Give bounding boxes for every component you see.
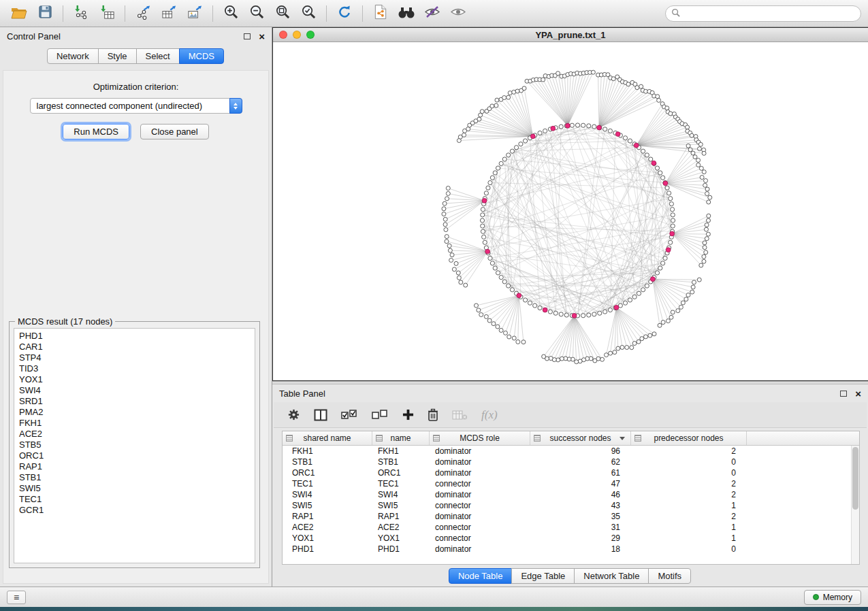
table-scrollbar-thumb[interactable] bbox=[852, 447, 858, 510]
column-header-predecessor-nodes[interactable]: predecessor nodes bbox=[631, 431, 747, 445]
table-row[interactable]: YOX1YOX1connector291 bbox=[283, 533, 851, 544]
tab-mcds[interactable]: MCDS bbox=[179, 48, 224, 64]
share-document-button[interactable] bbox=[368, 3, 393, 24]
task-history-button[interactable]: ≡ bbox=[7, 591, 26, 604]
window-minimize-button[interactable] bbox=[293, 31, 301, 39]
mcds-result-item[interactable]: FKH1 bbox=[19, 418, 250, 429]
hide-selected-button[interactable] bbox=[420, 3, 445, 24]
zoom-fit-button[interactable] bbox=[270, 3, 295, 24]
network-canvas[interactable] bbox=[273, 42, 868, 380]
window-zoom-button[interactable] bbox=[306, 31, 315, 39]
table-cell: SWI4 bbox=[372, 490, 430, 499]
table-row[interactable]: PHD1PHD1dominator180 bbox=[283, 544, 851, 555]
table-cell: 96 bbox=[530, 446, 631, 456]
table-row[interactable]: SWI4SWI4dominator462 bbox=[283, 489, 851, 500]
export-image-button[interactable] bbox=[182, 3, 207, 24]
tab-edge-table[interactable]: Edge Table bbox=[511, 568, 575, 584]
import-network-button[interactable] bbox=[69, 3, 93, 24]
export-network-button[interactable] bbox=[131, 3, 155, 24]
mcds-result-item[interactable]: GCR1 bbox=[19, 505, 250, 516]
table-cell: PHD1 bbox=[372, 544, 430, 554]
memory-button[interactable]: Memory bbox=[804, 590, 861, 605]
column-header-name[interactable]: name bbox=[372, 431, 430, 445]
export-table-button[interactable] bbox=[157, 3, 181, 24]
table-cell: 46 bbox=[530, 490, 631, 499]
add-column-icon[interactable] bbox=[402, 409, 414, 420]
control-panel-tabs: Network Style Select MCDS bbox=[0, 45, 272, 70]
mcds-result-item[interactable]: STP4 bbox=[19, 352, 250, 363]
column-type-icon bbox=[534, 435, 541, 442]
refresh-button[interactable] bbox=[332, 3, 357, 24]
mcds-result-item[interactable]: SWI4 bbox=[19, 385, 250, 396]
sort-desc-icon bbox=[620, 437, 625, 440]
mcds-result-item[interactable]: STB5 bbox=[19, 440, 250, 450]
tab-node-table[interactable]: Node Table bbox=[449, 568, 513, 584]
tab-network[interactable]: Network bbox=[47, 48, 99, 64]
mcds-result-item[interactable]: YOX1 bbox=[19, 374, 250, 385]
save-session-button[interactable] bbox=[33, 3, 57, 24]
column-header-shared-name[interactable]: shared name bbox=[283, 431, 372, 445]
close-panel-icon[interactable]: × bbox=[855, 389, 861, 399]
table-cell: dominator bbox=[430, 457, 530, 467]
mcds-result-list[interactable]: PHD1CAR1STP4TID3YOX1SWI4SRD1PMA2FKH1ACE2… bbox=[14, 328, 255, 563]
table-cell: 2 bbox=[631, 490, 747, 499]
table-row[interactable]: SWI5SWI5connector431 bbox=[283, 500, 851, 511]
mcds-result-item[interactable]: RAP1 bbox=[19, 461, 250, 472]
search-network-button[interactable] bbox=[394, 3, 419, 24]
global-search-field[interactable] bbox=[665, 5, 861, 22]
table-cell: SWI5 bbox=[372, 501, 430, 510]
table-row[interactable]: ORC1ORC1dominator610 bbox=[283, 467, 851, 478]
column-header-mcds-role[interactable]: MCDS role bbox=[430, 431, 530, 445]
tab-select[interactable]: Select bbox=[136, 48, 180, 64]
float-panel-icon[interactable] bbox=[840, 391, 847, 397]
desktop-background-strip bbox=[0, 607, 868, 611]
network-canvas-svg bbox=[273, 42, 868, 380]
mcds-result-item[interactable]: SWI5 bbox=[19, 483, 250, 494]
close-panel-button[interactable]: Close panel bbox=[140, 124, 209, 139]
delete-table-icon-disabled bbox=[452, 410, 468, 420]
mcds-result-item[interactable]: TEC1 bbox=[19, 494, 250, 505]
table-cell: FKH1 bbox=[283, 446, 372, 456]
table-row[interactable]: ACE2ACE2connector311 bbox=[283, 522, 851, 533]
zoom-selected-button[interactable] bbox=[296, 3, 321, 24]
mcds-result-item[interactable]: PHD1 bbox=[19, 331, 250, 342]
close-panel-icon[interactable]: × bbox=[259, 31, 265, 42]
table-cell: YOX1 bbox=[283, 533, 372, 543]
table-settings-gear-icon[interactable] bbox=[287, 408, 300, 421]
table-row[interactable]: TEC1TEC1connector472 bbox=[283, 478, 851, 489]
criterion-dropdown[interactable]: largest connected component (undirected) bbox=[30, 98, 242, 114]
deselect-all-icon[interactable] bbox=[372, 409, 389, 420]
tab-style[interactable]: Style bbox=[98, 48, 137, 64]
tab-network-table[interactable]: Network Table bbox=[574, 568, 649, 584]
delete-column-trash-icon[interactable] bbox=[428, 408, 438, 422]
float-panel-icon[interactable] bbox=[244, 33, 251, 39]
mcds-result-item[interactable]: PMA2 bbox=[19, 407, 250, 418]
mcds-result-item[interactable]: STB1 bbox=[19, 472, 250, 483]
mcds-result-item[interactable]: TID3 bbox=[19, 363, 250, 374]
table-row[interactable]: FKH1FKH1dominator962 bbox=[283, 446, 851, 457]
tab-motifs[interactable]: Motifs bbox=[648, 568, 691, 584]
network-window-titlebar[interactable]: YPA_prune.txt_1 bbox=[273, 28, 868, 42]
table-scrollbar[interactable] bbox=[851, 446, 859, 564]
mcds-result-item[interactable]: ORC1 bbox=[19, 450, 250, 461]
table-cell: 43 bbox=[530, 501, 631, 510]
table-row[interactable]: STB1STB1dominator620 bbox=[283, 457, 851, 467]
search-input[interactable] bbox=[684, 9, 855, 18]
window-close-button[interactable] bbox=[279, 31, 287, 39]
table-row[interactable]: RAP1RAP1dominator352 bbox=[283, 511, 851, 522]
mcds-result-item[interactable]: CAR1 bbox=[19, 342, 250, 352]
zoom-in-button[interactable] bbox=[219, 3, 243, 24]
zoom-out-button[interactable] bbox=[244, 3, 269, 24]
column-header-successor-nodes[interactable]: successor nodes bbox=[530, 431, 631, 445]
show-all-button[interactable] bbox=[446, 3, 470, 24]
run-mcds-button[interactable]: Run MCDS bbox=[63, 124, 129, 139]
select-all-icon[interactable] bbox=[341, 409, 358, 420]
node-table-body[interactable]: FKH1FKH1dominator962STB1STB1dominator620… bbox=[283, 446, 851, 564]
show-columns-icon[interactable] bbox=[314, 409, 327, 421]
import-table-button[interactable] bbox=[95, 3, 119, 24]
table-cell: PHD1 bbox=[283, 544, 372, 554]
table-cell: 29 bbox=[530, 533, 631, 543]
open-session-button[interactable] bbox=[7, 3, 31, 24]
mcds-result-item[interactable]: ACE2 bbox=[19, 429, 250, 440]
mcds-result-item[interactable]: SRD1 bbox=[19, 396, 250, 407]
